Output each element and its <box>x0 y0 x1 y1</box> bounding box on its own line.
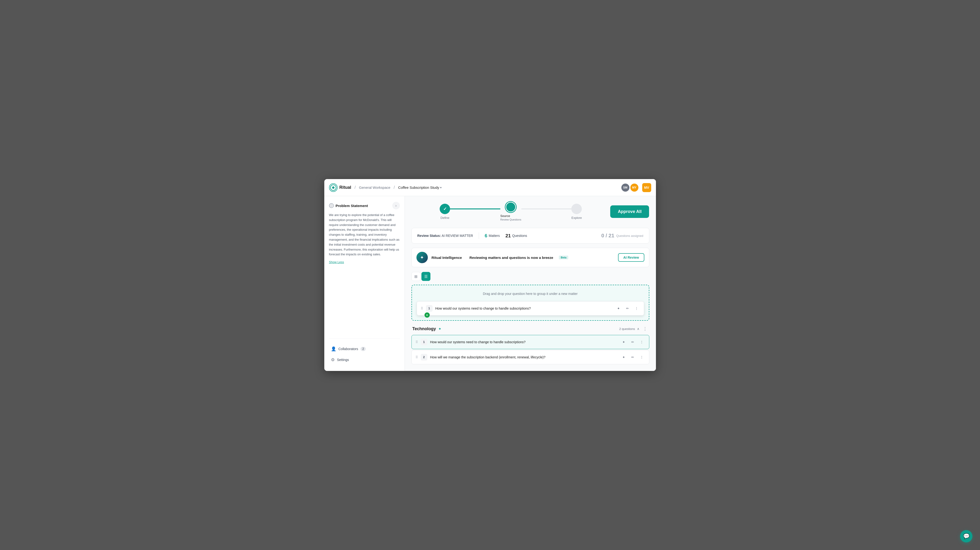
problem-text: We are trying to explore the potential o… <box>329 213 400 257</box>
sparkle-action-button[interactable]: ✦ <box>615 305 622 312</box>
avatar-active[interactable]: MV <box>642 183 651 192</box>
breadcrumb-separator-1: / <box>355 185 356 190</box>
edit-btn[interactable]: ✏ <box>629 339 636 346</box>
question-num: 1 <box>421 339 427 345</box>
collapse-sidebar-button[interactable]: › <box>392 202 400 210</box>
problem-statement-header: ⓘ Problem Statement › <box>329 202 400 210</box>
chevron-down-icon: ▾ <box>440 186 442 189</box>
logo-icon <box>329 183 337 192</box>
question-text: How will we manage the subscription back… <box>430 355 617 359</box>
approve-all-button[interactable]: Approve All <box>610 205 649 218</box>
review-status-label: Review Status: AI REVIEW MATTER <box>417 234 473 238</box>
breadcrumb-workspace: General Workspace <box>359 186 390 189</box>
show-less-link[interactable]: Show Less <box>329 260 400 264</box>
assigned-label: Questions assigned <box>616 234 643 238</box>
edit-action-button[interactable]: ✏ <box>624 305 631 312</box>
drag-handle-icon[interactable]: ⠿ <box>415 355 418 359</box>
header-right: SM MY MV <box>621 183 651 192</box>
plus-indicator: + <box>425 312 430 318</box>
sidebar-collaborators[interactable]: 👤 Collaborators 2 <box>329 343 400 354</box>
chat-fab-button[interactable]: 💬 <box>960 530 972 542</box>
ai-banner-message: Reviewing matters and questions is now a… <box>469 256 553 260</box>
breadcrumb-separator-2: / <box>394 185 395 190</box>
step-define-label: Define <box>441 216 450 219</box>
matters-count: 6 Matters <box>485 233 500 238</box>
question-num: 2 <box>421 354 427 361</box>
collaborators-badge: 2 <box>361 347 366 351</box>
matter-more-button[interactable]: ⋮ <box>642 326 648 332</box>
progress-area: ✓ Define Source Review Questions <box>412 202 649 221</box>
review-status-bar: Review Status: AI REVIEW MATTER 6 Matter… <box>412 228 649 243</box>
avatar-my: MY <box>630 184 638 192</box>
drag-handle-icon[interactable]: ⠿ <box>415 340 418 344</box>
more-action-button[interactable]: ⋮ <box>633 305 640 312</box>
question-actions: ✦ ✏ ⋮ <box>620 339 645 346</box>
step-define-circle: ✓ <box>440 204 450 214</box>
edit-btn[interactable]: ✏ <box>629 354 636 361</box>
collaborators-icon: 👤 <box>331 346 336 351</box>
progress-steps: ✓ Define Source Review Questions <box>440 202 582 221</box>
avatar-group: SM MY <box>621 184 638 192</box>
info-icon: ⓘ <box>329 203 334 208</box>
more-btn[interactable]: ⋮ <box>638 339 645 346</box>
step-line-2 <box>522 208 572 210</box>
main-layout: ⓘ Problem Statement › We are trying to e… <box>324 196 656 371</box>
ai-review-button[interactable]: AI Review <box>618 253 644 262</box>
sidebar-bottom: 👤 Collaborators 2 ⚙ Settings <box>329 339 400 365</box>
dragging-question-num: 1 <box>426 305 433 312</box>
list-view-button[interactable]: ☰ <box>422 272 430 281</box>
sparkle-btn[interactable]: ✦ <box>620 339 627 346</box>
logo-text: Ritual <box>339 185 351 190</box>
sidebar: ⓘ Problem Statement › We are trying to e… <box>324 196 405 371</box>
breadcrumb-study[interactable]: Coffee Subscription Study ▾ <box>398 186 442 189</box>
ai-review-banner: ✦ Ritual Intelligence Reviewing matters … <box>412 248 649 267</box>
app-window: Ritual / General Workspace / Coffee Subs… <box>324 179 656 371</box>
question-actions: ✦ ✏ ⋮ <box>620 354 645 361</box>
question-text: How would our systems need to change to … <box>430 340 617 344</box>
step-define: ✓ Define <box>440 204 450 219</box>
matter-title: Technology <box>412 326 436 331</box>
question-item: ⠿ 1 How would our systems need to change… <box>412 335 649 349</box>
matter-question-count: 2 questions ∧ <box>619 327 640 331</box>
assigned-count: 0 / 21 <box>601 233 614 239</box>
view-toggle: ⊞ ☰ <box>412 272 649 281</box>
review-divider-1 <box>479 232 479 239</box>
question-list: ⠿ 1 How would our systems need to change… <box>412 335 649 365</box>
problem-statement-title: ⓘ Problem Statement <box>329 203 368 208</box>
ai-icon: ✦ <box>417 252 428 263</box>
step-source: Source Review Questions <box>500 202 522 221</box>
main-content: ✓ Define Source Review Questions <box>405 196 656 371</box>
collapse-matter-icon[interactable]: ∧ <box>637 327 640 331</box>
drop-zone-text: Drag and drop your question here to grou… <box>417 290 644 297</box>
header: Ritual / General Workspace / Coffee Subs… <box>324 179 656 196</box>
ai-text-label: Ritual Intelligence <box>432 256 462 260</box>
step-explore-circle <box>571 204 582 214</box>
settings-icon: ⚙ <box>331 357 335 362</box>
step-explore: Explore <box>571 204 582 219</box>
step-source-circle <box>506 202 516 212</box>
questions-count: 21 Questions <box>506 233 527 238</box>
matter-tag-icon: ✦ <box>438 327 441 331</box>
sidebar-settings[interactable]: ⚙ Settings <box>329 354 400 365</box>
step-line-1 <box>450 208 500 210</box>
beta-badge: Beta <box>559 256 568 259</box>
dragging-question-row: ⠿ 1 How would our systems need to change… <box>417 301 644 315</box>
step-explore-label: Explore <box>571 216 582 219</box>
dragging-question-text: How would our systems need to change to … <box>435 307 612 310</box>
matter-section: Technology ✦ 2 questions ∧ ⋮ ⠿ 1 How wou… <box>412 326 649 365</box>
logo-area: Ritual <box>329 183 351 192</box>
avatar-sm: SM <box>621 184 629 192</box>
assigned-area: 0 / 21 Questions assigned <box>601 233 643 239</box>
more-btn[interactable]: ⋮ <box>638 354 645 361</box>
question-item: ⠿ 2 How will we manage the subscription … <box>412 350 649 364</box>
sparkle-btn[interactable]: ✦ <box>620 354 627 361</box>
step-source-label: Source Review Questions <box>500 214 522 221</box>
dragging-question-actions: ✦ ✏ ⋮ <box>615 305 640 312</box>
matter-header: Technology ✦ 2 questions ∧ ⋮ <box>412 326 649 332</box>
drop-zone: Drag and drop your question here to grou… <box>412 285 649 321</box>
svg-point-1 <box>332 186 334 189</box>
grid-view-button[interactable]: ⊞ <box>412 272 420 281</box>
drag-handle-icon[interactable]: ⠿ <box>421 307 423 310</box>
